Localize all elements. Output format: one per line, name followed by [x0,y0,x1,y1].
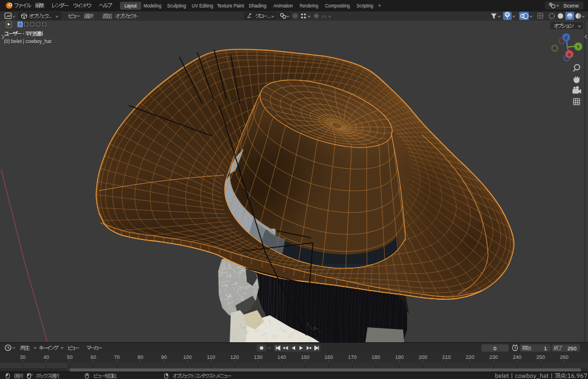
svg-text:250: 250 [536,354,545,360]
svg-text:250: 250 [567,345,577,351]
svg-text:40: 40 [43,354,49,360]
svg-text:Sculpting: Sculpting [167,2,186,9]
svg-text:190: 190 [395,354,404,360]
svg-text:80: 80 [137,354,143,360]
svg-text:210: 210 [442,354,451,360]
svg-text:UV Editing: UV Editing [192,2,213,9]
svg-text:...: ... [47,13,52,19]
svg-text:160: 160 [324,354,333,360]
svg-text:Layout: Layout [125,2,137,9]
svg-text:110: 110 [207,354,215,360]
svg-text:Compositing: Compositing [325,2,350,9]
svg-text:Scripting: Scripting [357,2,373,9]
svg-text:240: 240 [513,354,521,360]
svg-text:Modeling: Modeling [144,2,161,9]
svg-text:Scene: Scene [563,2,579,9]
svg-text:220: 220 [466,354,474,360]
svg-text:50: 50 [67,354,72,360]
svg-text:140: 140 [277,354,286,360]
svg-text:200: 200 [419,354,427,360]
svg-text:150: 150 [301,354,310,360]
svg-text:230: 230 [489,354,498,360]
svg-text:180: 180 [372,354,380,360]
svg-text:170: 170 [348,354,357,360]
svg-text:Animation: Animation [273,2,293,9]
svg-text:130: 130 [254,354,262,360]
svg-text:(0) belet | cowboy_hat: (0) belet | cowboy_hat [4,38,52,44]
svg-text:100: 100 [183,354,192,360]
svg-text:Z: Z [565,35,568,40]
svg-text:1: 1 [544,345,547,351]
svg-text:70: 70 [114,354,119,360]
svg-text:...: ... [267,13,272,19]
svg-text:0: 0 [493,345,496,351]
svg-text:Y: Y [577,44,579,49]
svg-text:Rendering: Rendering [300,2,318,9]
svg-text:Shading: Shading [249,2,266,9]
svg-text:Texture Paint: Texture Paint [217,2,244,9]
svg-text:120: 120 [230,354,239,360]
svg-text:30: 30 [20,354,25,360]
svg-text:+: + [378,2,381,9]
svg-text:60: 60 [90,354,96,360]
svg-text:260: 260 [560,354,568,360]
svg-text:90: 90 [161,354,167,360]
